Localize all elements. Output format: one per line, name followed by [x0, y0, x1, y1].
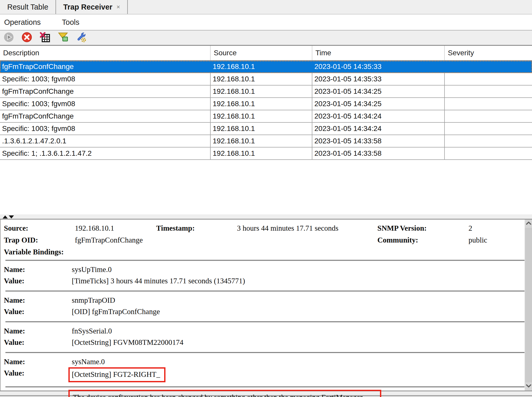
cell-severity: [445, 73, 532, 85]
clear-table-button[interactable]: [39, 32, 51, 43]
cell-time: 2023-01-05 14:34:24: [312, 123, 445, 135]
source-label: Source:: [4, 222, 75, 234]
variable-binding: Name: sysUpTime.0 Value: [TimeTicks] 3 h…: [1, 261, 525, 289]
filter-icon: [58, 32, 68, 44]
cell-severity: [445, 110, 532, 122]
menu-bar: Operations Tools: [0, 14, 532, 30]
column-header-severity[interactable]: Severity: [445, 46, 532, 60]
binding-name-value: snmpTrapOID: [72, 294, 525, 306]
splitter-collapse-down-icon[interactable]: [9, 215, 14, 219]
cell-source: 192.168.10.1: [211, 73, 312, 85]
scroll-down-button[interactable]: [525, 382, 532, 391]
cell-severity: [445, 123, 532, 135]
panel-splitter[interactable]: [0, 214, 532, 220]
cell-severity: [445, 135, 532, 147]
binding-name-label: Name:: [4, 294, 72, 306]
cell-time: 2023-01-05 14:34:25: [312, 98, 445, 110]
clear-table-icon: [39, 32, 50, 44]
snmp-version-value: 2: [469, 222, 525, 234]
cell-source: 192.168.10.1: [211, 135, 312, 147]
binding-name-label: Name:: [4, 356, 72, 367]
trap-oid-label: Trap OID:: [4, 234, 75, 246]
cell-source: 192.168.10.1: [211, 61, 312, 73]
table-row[interactable]: Specific: 1003; fgvm08 192.168.10.1 2023…: [0, 73, 532, 85]
cell-description: fgFmTrapConfChange: [0, 61, 211, 73]
tab-bar: Result Table Trap Receiver ×: [0, 0, 532, 14]
tab-result-table-label: Result Table: [7, 3, 48, 11]
stop-trap-receiver-button[interactable]: [21, 32, 33, 43]
variable-bindings-label: Variable Bindings:: [4, 246, 237, 258]
table-row[interactable]: fgFmTrapConfChange 192.168.10.1 2023-01-…: [0, 110, 532, 123]
menu-tools[interactable]: Tools: [58, 18, 83, 27]
column-header-time[interactable]: Time: [312, 46, 445, 60]
trap-table-header: Description Source Time Severity: [0, 46, 532, 61]
source-value: 192.168.10.1: [75, 222, 156, 234]
binding-name-value: sysName.0: [72, 356, 525, 367]
variable-binding: Name: sysName.0 Value: [OctetString] FGT…: [1, 353, 525, 384]
start-trap-receiver-button[interactable]: [3, 32, 14, 43]
divider: [5, 386, 525, 388]
column-header-description[interactable]: Description: [0, 46, 211, 60]
cell-severity: [445, 147, 532, 159]
play-icon: [3, 32, 14, 44]
variable-binding: Name: snmpTrapOID Value: [OID] fgFmTrapC…: [1, 292, 525, 319]
cell-source: 192.168.10.1: [211, 123, 312, 135]
table-row[interactable]: Specific: 1003; fgvm08 192.168.10.1 2023…: [0, 123, 532, 135]
cell-time: 2023-01-05 14:33:58: [312, 135, 445, 147]
cell-source: 192.168.10.1: [211, 85, 312, 97]
community-label: Community:: [377, 234, 469, 246]
toolbar: [0, 30, 532, 46]
binding-value-label: Value:: [4, 306, 72, 317]
cell-description: Specific: 1003; fgvm08: [0, 98, 211, 110]
cell-severity: [445, 85, 532, 97]
timestamp-value: 3 hours 44 minutes 17.71 seconds: [237, 222, 377, 234]
cell-time: 2023-01-05 14:33:58: [312, 147, 445, 159]
cell-time: 2023-01-05 14:34:25: [312, 85, 445, 97]
trap-summary: Source: 192.168.10.1 Timestamp: 3 hours …: [1, 222, 525, 258]
table-row[interactable]: .1.3.6.1.2.1.47.2.0.1 192.168.10.1 2023-…: [0, 135, 532, 147]
highlighted-description-text: The device configuration has been change…: [68, 390, 381, 397]
table-row[interactable]: Specific: 1; .1.3.6.1.2.1.47.2 192.168.1…: [0, 147, 532, 160]
timestamp-label: Timestamp:: [156, 222, 237, 234]
trap-table: Description Source Time Severity fgFmTra…: [0, 46, 532, 214]
menu-operations[interactable]: Operations: [1, 18, 44, 27]
binding-value-label: Value:: [4, 275, 72, 286]
scroll-up-button[interactable]: [525, 220, 532, 228]
chevron-down-icon: [526, 384, 531, 389]
cell-description: Specific: 1; .1.3.6.1.2.1.47.2: [0, 147, 211, 159]
detail-scrollbar[interactable]: [525, 220, 532, 391]
binding-name-label: Name:: [4, 325, 72, 337]
close-tab-icon[interactable]: ×: [116, 3, 120, 11]
cell-description: fgFmTrapConfChange: [0, 85, 211, 97]
trap-detail-panel: Source: 192.168.10.1 Timestamp: 3 hours …: [0, 220, 525, 391]
binding-value-value: [OID] fgFmTrapConfChange: [72, 306, 525, 317]
binding-name-label: Name:: [4, 264, 72, 275]
trap-oid-value: fgFmTrapConfChange: [75, 234, 156, 246]
tab-result-table[interactable]: Result Table: [0, 0, 56, 14]
binding-name-value: fnSysSerial.0: [72, 325, 525, 337]
settings-button[interactable]: [75, 32, 87, 43]
cell-source: 192.168.10.1: [211, 110, 312, 122]
table-row[interactable]: fgFmTrapConfChange 192.168.10.1 2023-01-…: [0, 61, 532, 73]
table-row[interactable]: fgFmTrapConfChange 192.168.10.1 2023-01-…: [0, 85, 532, 98]
cell-description: .1.3.6.1.2.1.47.2.0.1: [0, 135, 211, 147]
cell-time: 2023-01-05 14:35:33: [312, 73, 445, 85]
tab-trap-receiver[interactable]: Trap Receiver ×: [56, 0, 128, 14]
binding-value-label: Value:: [4, 367, 72, 382]
cell-description: Specific: 1003; fgvm08: [0, 73, 211, 85]
variable-binding: Name: fnSysSerial.0 Value: [OctetString]…: [1, 323, 525, 350]
binding-value-label: Value:: [4, 337, 72, 348]
community-value: public: [469, 234, 525, 246]
cell-time: 2023-01-05 14:35:33: [312, 61, 445, 73]
wrench-icon: [76, 32, 86, 44]
highlighted-sysname-value: [OctetString] FGT2-RIGHT_: [68, 367, 165, 382]
column-header-source[interactable]: Source: [211, 46, 312, 60]
table-row[interactable]: Specific: 1003; fgvm08 192.168.10.1 2023…: [0, 98, 532, 110]
cell-time: 2023-01-05 14:34:24: [312, 110, 445, 122]
stop-icon: [21, 32, 32, 44]
binding-value-value: [TimeTicks] 3 hours 44 minutes 17.71 sec…: [72, 275, 525, 286]
splitter-collapse-up-icon[interactable]: [3, 215, 8, 219]
cell-severity: [445, 98, 532, 110]
filter-button[interactable]: [57, 32, 69, 43]
cell-source: 192.168.10.1: [211, 147, 312, 159]
